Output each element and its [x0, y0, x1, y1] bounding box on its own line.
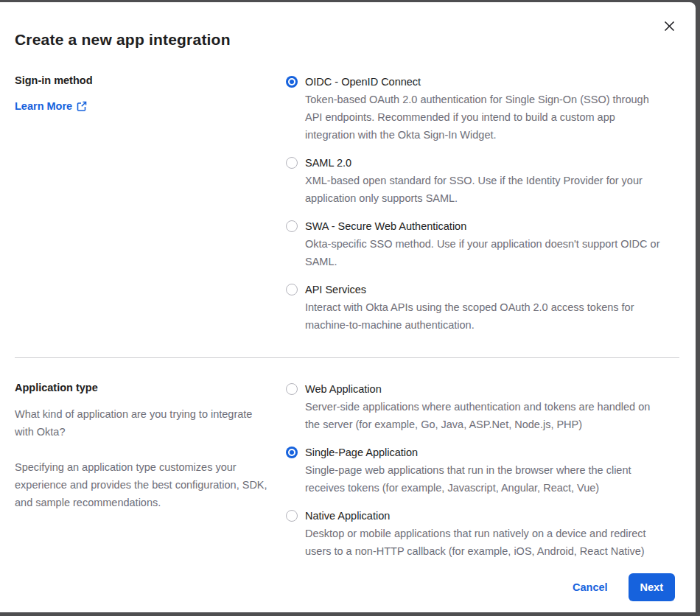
option-description: Token-based OAuth 2.0 authentication for…: [305, 91, 666, 144]
signin-method-section: Sign-in method Learn More OIDC - OpenID …: [0, 73, 696, 334]
application-type-help-2: Specifying an application type customize…: [15, 458, 271, 511]
option-label: SWA - Secure Web Authentication: [305, 217, 666, 235]
application-type-section: Application type What kind of applicatio…: [0, 380, 696, 560]
option-label: API Services: [305, 281, 666, 298]
section-divider: [15, 357, 679, 358]
learn-more-text: Learn More: [15, 99, 72, 113]
option-label: Web Application: [305, 380, 666, 398]
create-app-integration-dialog: Create a new app integration Sign-in met…: [0, 2, 696, 612]
signin-method-label: Sign-in method: [15, 73, 271, 88]
option-description: Interact with Okta APIs using the scoped…: [305, 298, 666, 334]
radio-option-single-page-application[interactable]: Single-Page Application Single-page web …: [286, 444, 666, 497]
radio-icon-native-application[interactable]: [286, 510, 298, 522]
radio-option-saml[interactable]: SAML 2.0 XML-based open standard for SSO…: [286, 154, 666, 207]
option-label: Single-Page Application: [305, 444, 666, 461]
cancel-button[interactable]: Cancel: [573, 581, 608, 593]
option-description: Server-side applications where authentic…: [305, 398, 666, 433]
option-label: Native Application: [305, 507, 666, 525]
option-description: XML-based open standard for SSO. Use if …: [305, 172, 666, 207]
learn-more-link[interactable]: Learn More: [15, 99, 87, 113]
radio-icon-api-services[interactable]: [286, 284, 298, 295]
radio-icon-swa[interactable]: [286, 220, 298, 232]
radio-option-web-application[interactable]: Web Application Server-side applications…: [286, 380, 666, 433]
option-description: Okta-specific SSO method. Use if your ap…: [305, 235, 666, 270]
radio-option-native-application[interactable]: Native Application Desktop or mobile app…: [286, 507, 666, 560]
radio-icon-saml[interactable]: [286, 157, 298, 169]
close-icon: [664, 21, 675, 32]
option-description: Desktop or mobile applications that run …: [305, 525, 666, 560]
dialog-title: Create a new app integration: [0, 29, 696, 50]
radio-icon-web-application[interactable]: [286, 383, 298, 395]
radio-option-swa[interactable]: SWA - Secure Web Authentication Okta-spe…: [286, 217, 666, 270]
radio-option-oidc[interactable]: OIDC - OpenID Connect Token-based OAuth …: [286, 73, 666, 144]
radio-icon-oidc[interactable]: [286, 76, 298, 88]
application-type-help-1: What kind of application are you trying …: [15, 405, 271, 441]
close-button[interactable]: [660, 17, 678, 35]
option-label: SAML 2.0: [305, 154, 666, 172]
option-description: Single-page web applications that run in…: [305, 461, 666, 497]
radio-option-api-services[interactable]: API Services Interact with Okta APIs usi…: [286, 281, 666, 334]
option-label: OIDC - OpenID Connect: [305, 73, 666, 91]
radio-icon-single-page-application[interactable]: [286, 447, 298, 458]
external-link-icon: [77, 101, 87, 111]
next-button[interactable]: Next: [629, 573, 675, 601]
dialog-footer: Cancel Next: [0, 560, 696, 601]
application-type-label: Application type: [15, 380, 271, 395]
